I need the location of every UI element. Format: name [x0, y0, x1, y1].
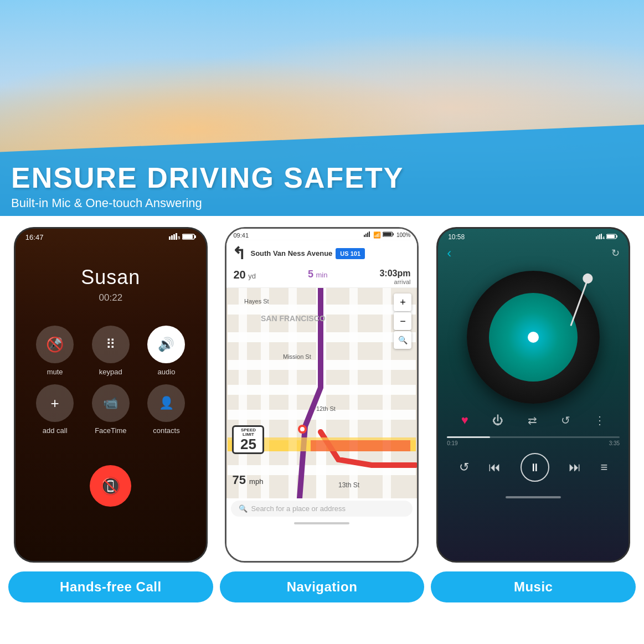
phone1-wrapper: 16:47 5G Susan 00:22 🎤🚫 mute	[14, 227, 208, 563]
call-feature-label[interactable]: Hands-free Call	[8, 571, 213, 602]
music-status-bar: 10:58 4G	[438, 229, 628, 243]
keypad-label: keypad	[99, 368, 122, 376]
hero-image-section: ENSURE DRIVING SAFETY Built-in Mic & One…	[0, 0, 644, 216]
shuffle-button[interactable]: ⇄	[528, 414, 537, 427]
phone2-wrapper: 09:41 📶 100% ↰ South Van Ness Avenue US …	[225, 227, 419, 563]
replay-button[interactable]: ↺	[459, 460, 469, 475]
home-indicator-music	[438, 491, 628, 504]
speed-limit-number: 25	[238, 437, 258, 451]
nav-map-controls[interactable]: + − 🔍	[394, 293, 411, 349]
search-icon: 🔍	[239, 504, 248, 513]
vinyl-center-dot	[528, 332, 539, 343]
phone2-screen: 09:41 📶 100% ↰ South Van Ness Avenue US …	[226, 229, 417, 561]
progress-bar-background[interactable]	[447, 436, 620, 438]
keypad-button[interactable]: ⠿ keypad	[87, 326, 133, 376]
nav-distance: 20	[233, 269, 245, 281]
feature-labels-section: Hands-free Call Navigation Music	[0, 563, 644, 602]
music-controls-row: ↺ ⏮ ⏸ ⏭ ≡	[438, 449, 628, 486]
power-button[interactable]: ⏻	[492, 414, 503, 427]
svg-rect-41	[599, 234, 600, 239]
nav-icons: 📶 100%	[364, 231, 411, 239]
phones-section: 16:47 5G Susan 00:22 🎤🚫 mute	[0, 216, 644, 563]
next-button[interactable]: ⏭	[569, 460, 581, 475]
more-button[interactable]: ⋮	[594, 414, 605, 427]
music-action-row: ♥ ⏻ ⇄ ↺ ⋮	[438, 406, 628, 434]
vinyl-inner-circle	[489, 293, 578, 382]
progress-bar-fill	[447, 436, 490, 438]
turn-icon: ↰	[232, 244, 246, 263]
favorite-button[interactable]: ♥	[461, 413, 468, 427]
nav-eta-info: 3:03pm arrival	[379, 269, 410, 285]
end-call-button[interactable]: 📵	[90, 465, 131, 507]
call-buttons-row2: + add call 📹 FaceTime 👤 c	[16, 384, 206, 443]
music-header: ‹ ↻	[438, 243, 628, 265]
svg-text:12th St: 12th St	[316, 405, 336, 412]
svg-rect-0	[169, 236, 171, 240]
add-call-label: add call	[43, 426, 68, 435]
audio-icon-circle: 🔊	[147, 326, 185, 363]
phone1-frame: 16:47 5G Susan 00:22 🎤🚫 mute	[14, 227, 208, 563]
phone1-screen: 16:47 5G Susan 00:22 🎤🚫 mute	[16, 229, 206, 561]
zoom-in-button[interactable]: +	[394, 293, 411, 311]
svg-rect-42	[601, 234, 602, 239]
back-button[interactable]: ‹	[447, 245, 451, 261]
repeat-button[interactable]: ↺	[561, 414, 570, 427]
svg-rect-45	[616, 235, 617, 238]
end-call-icon: 📵	[100, 476, 121, 496]
facetime-label: FaceTime	[95, 426, 126, 435]
home-indicator-nav	[226, 519, 417, 528]
svg-point-38	[300, 427, 305, 431]
nav-eta-time: 3:03pm	[379, 269, 410, 278]
nav-search-bar[interactable]: 🔍 Search for a place or address	[231, 501, 413, 517]
navigation-feature-label[interactable]: Navigation	[220, 571, 425, 602]
facetime-icon: 📹	[92, 384, 130, 422]
current-speed-value: 75	[232, 473, 245, 487]
music-feature-label[interactable]: Music	[431, 571, 636, 602]
nav-time: 09:41	[233, 232, 249, 239]
svg-rect-9	[365, 234, 367, 237]
svg-text:13th St: 13th St	[338, 481, 360, 489]
svg-text:4G: 4G	[602, 236, 605, 239]
svg-rect-40	[597, 235, 599, 239]
svg-rect-2	[173, 234, 175, 240]
locate-button[interactable]: 🔍	[394, 331, 411, 349]
svg-rect-39	[596, 236, 597, 239]
contacts-label: contacts	[153, 426, 179, 435]
svg-rect-46	[607, 235, 615, 238]
banner-text-area: ENSURE DRIVING SAFETY Built-in Mic & One…	[11, 162, 404, 210]
svg-rect-14	[383, 233, 391, 236]
phone3-screen: 10:58 4G ‹ ↻	[438, 229, 628, 561]
svg-text:Mission St: Mission St	[283, 353, 311, 360]
svg-rect-31	[311, 440, 410, 451]
home-bar	[294, 522, 349, 524]
refresh-button[interactable]: ↻	[611, 247, 620, 259]
zoom-out-button[interactable]: −	[394, 312, 411, 330]
nav-search-placeholder: Search for a place or address	[251, 504, 346, 513]
keypad-icon-circle: ⠿	[92, 326, 130, 363]
svg-rect-11	[369, 231, 370, 237]
svg-rect-3	[176, 233, 177, 240]
nav-street-name: South Van Ness Avenue	[250, 249, 332, 257]
add-call-button[interactable]: + add call	[32, 384, 78, 435]
nav-direction-bar: ↰ South Van Ness Avenue US 101	[226, 240, 417, 266]
playlist-button[interactable]: ≡	[601, 460, 608, 475]
svg-rect-13	[393, 233, 394, 235]
phone1-time: 16:47	[25, 233, 44, 241]
home-bar-music	[506, 496, 561, 498]
speed-limit-sign: SPEEDLIMIT 25	[232, 425, 264, 454]
contacts-button[interactable]: 👤 contacts	[143, 384, 189, 435]
audio-label: audio	[158, 368, 176, 376]
progress-times: 0:19 3:35	[447, 440, 620, 446]
main-headline: ENSURE DRIVING SAFETY	[11, 162, 404, 194]
nav-distance-unit: yd	[248, 272, 256, 280]
call-duration: 00:22	[16, 292, 206, 303]
svg-rect-8	[364, 235, 365, 237]
svg-rect-1	[171, 235, 173, 240]
previous-button[interactable]: ⏮	[488, 460, 501, 475]
nav-highway-badge: US 101	[336, 248, 365, 259]
facetime-button[interactable]: 📹 FaceTime	[87, 384, 133, 435]
call-buttons-row1: 🎤🚫 mute ⠿ keypad 🔊 audio	[16, 309, 206, 384]
mute-button[interactable]: 🎤🚫 mute	[32, 326, 78, 376]
play-pause-button[interactable]: ⏸	[521, 453, 549, 482]
audio-button[interactable]: 🔊 audio	[143, 326, 189, 376]
